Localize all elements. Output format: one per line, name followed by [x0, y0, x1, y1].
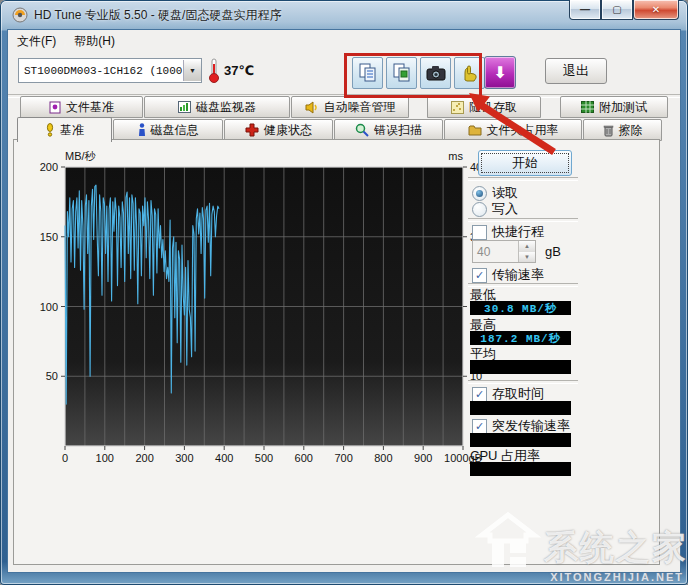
access-time-field: [470, 401, 571, 415]
copy-image-button[interactable]: [386, 57, 417, 89]
down-arrow-icon: ⬇: [493, 63, 506, 82]
svg-text:300: 300: [175, 452, 193, 464]
health-cross-icon: [245, 123, 259, 137]
spinner-down-icon[interactable]: ▼: [519, 252, 535, 263]
transfer-rate-checkbox[interactable]: ✓ 传输速率: [472, 266, 544, 284]
tab-disk-monitor[interactable]: 磁盘监视器: [144, 96, 290, 118]
app-icon: [12, 7, 28, 23]
window-title: HD Tune 专业版 5.50 - 硬盘/固态硬盘实用程序: [34, 7, 281, 24]
svg-text:200: 200: [40, 161, 58, 173]
temperature-readout: 37℃: [224, 63, 254, 78]
options-button[interactable]: [454, 57, 485, 89]
radio-selected-icon: [472, 186, 487, 201]
title-bar[interactable]: HD Tune 专业版 5.50 - 硬盘/固态硬盘实用程序 — ▢ ✕: [0, 0, 688, 30]
checkbox-checked-icon: ✓: [472, 387, 487, 402]
magnifier-icon: [355, 123, 369, 137]
svg-text:200: 200: [135, 452, 153, 464]
min-value-field: 30.8 MB/秒: [470, 301, 571, 315]
menu-help[interactable]: 帮助(H): [65, 30, 124, 53]
copy-text-icon: [359, 63, 377, 83]
svg-text:400: 400: [215, 452, 233, 464]
benchmark-chart: 2001501005040302010010020030040050060070…: [30, 143, 492, 467]
info-icon: [138, 123, 146, 137]
checkbox-unchecked-icon: [472, 225, 487, 240]
checkbox-checked-icon: ✓: [472, 268, 487, 283]
hand-pointer-icon: [461, 64, 479, 82]
separator: [468, 380, 578, 384]
svg-text:100: 100: [40, 301, 58, 313]
minimize-button[interactable]: —: [569, 0, 601, 20]
watermark-subtitle: XITONGZHIJIA.NET: [472, 571, 688, 583]
copy-image-icon: [393, 63, 411, 83]
cpu-usage-field: [470, 462, 571, 476]
trash-icon: [603, 124, 614, 137]
client-area: 文件(F) 帮助(H) ST1000DM003-1CH162 (1000 gB)…: [8, 30, 680, 572]
menu-file[interactable]: 文件(F): [8, 30, 65, 53]
short-stroke-spinner[interactable]: 40 ▲▼: [472, 240, 536, 263]
checkbox-checked-icon: ✓: [472, 419, 487, 434]
extra-tests-icon: [581, 101, 594, 113]
svg-text:700: 700: [334, 452, 352, 464]
menu-bar: 文件(F) 帮助(H): [8, 30, 680, 53]
close-button[interactable]: ✕: [633, 0, 679, 20]
drive-select-value: ST1000DM003-1CH162 (1000 gB): [19, 65, 183, 77]
hdtune-window: HD Tune 专业版 5.50 - 硬盘/固态硬盘实用程序 — ▢ ✕ 文件(…: [0, 0, 688, 585]
tab-folder-usage[interactable]: 文件夹占用率: [444, 119, 582, 141]
tab-random-access[interactable]: 随机存取: [427, 96, 541, 118]
tab-extra-tests[interactable]: 附加测试: [560, 96, 668, 118]
start-button[interactable]: 开始: [478, 150, 572, 176]
svg-text:900: 900: [414, 452, 432, 464]
file-benchmark-icon: [49, 101, 61, 114]
maximize-button[interactable]: ▢: [601, 0, 633, 20]
folder-icon: [468, 124, 482, 136]
speaker-icon: [305, 101, 319, 114]
tab-file-benchmark[interactable]: 文件基准: [20, 96, 143, 118]
drive-select[interactable]: ST1000DM003-1CH162 (1000 gB) ▼: [18, 58, 202, 83]
svg-text:50: 50: [46, 370, 58, 382]
exit-button[interactable]: 退出: [545, 58, 607, 84]
thermometer-icon: [207, 56, 221, 84]
benchmark-bulb-icon: [45, 123, 55, 137]
write-radio[interactable]: 写入: [472, 200, 518, 218]
separator: [468, 218, 578, 222]
svg-text:MB/秒: MB/秒: [65, 150, 97, 162]
burst-rate-field: [470, 433, 571, 447]
radio-icon: [472, 202, 487, 217]
svg-text:0: 0: [62, 452, 68, 464]
max-value-field: 187.2 MB/秒: [470, 331, 571, 345]
copy-text-button[interactable]: [352, 57, 383, 89]
short-stroke-checkbox[interactable]: 快捷行程: [472, 223, 544, 241]
spinner-up-icon[interactable]: ▲: [519, 241, 535, 252]
spinner-value: 40: [473, 241, 518, 262]
separator: [468, 177, 578, 181]
random-access-icon: [451, 101, 464, 114]
disk-monitor-icon: [178, 101, 191, 113]
tab-benchmark[interactable]: 基准: [17, 117, 112, 142]
camera-icon: [426, 65, 446, 81]
tab-erase[interactable]: 擦除: [583, 119, 662, 141]
svg-text:150: 150: [40, 231, 58, 243]
svg-text:800: 800: [374, 452, 392, 464]
tab-disk-info[interactable]: 磁盘信息: [113, 119, 223, 141]
avg-value-field: [470, 360, 571, 374]
screenshot-button[interactable]: [420, 57, 451, 89]
tab-error-scan[interactable]: 错误扫描: [334, 119, 443, 141]
benchmark-chart-svg: 2001501005040302010010020030040050060070…: [30, 143, 492, 467]
svg-text:ms: ms: [448, 150, 463, 162]
unit-label: gB: [545, 244, 561, 259]
svg-text:500: 500: [255, 452, 273, 464]
svg-text:600: 600: [295, 452, 313, 464]
tab-auto-acoustic[interactable]: 自动噪音管理: [291, 96, 409, 118]
tab-health[interactable]: 健康状态: [224, 119, 333, 141]
svg-text:100: 100: [96, 452, 114, 464]
save-screenshot-button[interactable]: ⬇: [484, 56, 516, 89]
dropdown-arrow-icon[interactable]: ▼: [183, 60, 201, 81]
